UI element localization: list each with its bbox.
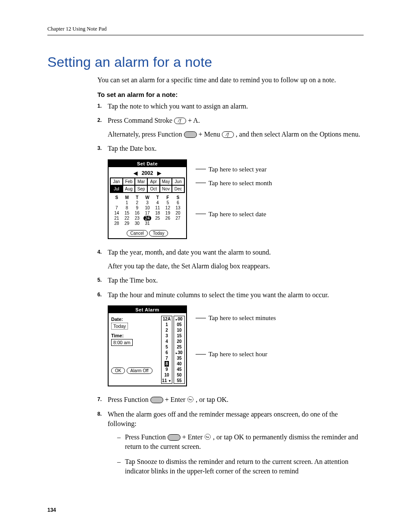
today-button[interactable]: Today xyxy=(149,230,168,236)
step-4: 4. Tap the year, month, and date you wan… xyxy=(97,248,364,271)
year-next-icon[interactable]: ▶ xyxy=(155,170,164,176)
month-cell[interactable]: Aug xyxy=(123,185,135,193)
day-cell[interactable]: 16 xyxy=(132,211,142,215)
day-cell[interactable]: 20 xyxy=(173,211,183,215)
year-prev-icon[interactable]: ◀ xyxy=(131,170,140,176)
day-cell[interactable]: 12 xyxy=(163,205,173,210)
day-cell[interactable]: 10 xyxy=(142,205,153,210)
day-cell[interactable]: 18 xyxy=(153,211,163,215)
hour-cell[interactable]: 10 xyxy=(162,372,172,378)
minute-cell[interactable]: 15 xyxy=(174,333,184,339)
step-3: 3. Tap the Date box. xyxy=(97,144,364,153)
hour-cell[interactable]: 3 xyxy=(162,333,172,339)
day-cell[interactable]: 26 xyxy=(163,216,173,221)
month-cell[interactable]: Sep xyxy=(135,185,147,193)
cancel-button[interactable]: Cancel xyxy=(127,230,148,236)
day-cell[interactable]: 7 xyxy=(112,205,122,210)
day-grid[interactable]: SMTWTFS123456789101112131415161718192021… xyxy=(112,195,183,226)
minute-cell[interactable]: 10 xyxy=(174,327,184,333)
day-cell[interactable]: 9 xyxy=(132,205,142,210)
step-7: 7. Press Function + Enter , or tap OK. xyxy=(97,395,364,404)
day-cell[interactable]: 14 xyxy=(112,211,122,215)
day-cell[interactable]: 19 xyxy=(163,211,173,215)
day-cell[interactable]: 11 xyxy=(153,205,163,210)
day-cell[interactable]: 2 xyxy=(132,200,142,205)
minute-cell[interactable]: ▸30 xyxy=(174,350,184,355)
month-cell[interactable]: Jan xyxy=(110,178,123,185)
step-8-sub-1: Press Function + Enter , or tap OK to pe… xyxy=(117,432,364,451)
month-cell[interactable]: Dec xyxy=(172,185,184,193)
minute-cell[interactable]: 45 xyxy=(174,367,184,372)
month-cell[interactable]: Jul xyxy=(110,185,123,193)
day-cell[interactable]: 24 xyxy=(142,216,153,221)
day-cell[interactable]: 31 xyxy=(142,221,153,226)
month-cell[interactable]: Oct xyxy=(147,185,160,193)
step-8-text: When the alarm goes off and the reminder… xyxy=(108,410,364,428)
month-cell[interactable]: Apr xyxy=(147,178,160,185)
minute-cell[interactable]: 20 xyxy=(174,339,184,344)
day-cell[interactable]: 5 xyxy=(163,200,173,205)
step-2-alt-b: + Menu xyxy=(199,131,222,138)
minute-cell[interactable]: 05 xyxy=(174,322,184,327)
alarm-time-box[interactable]: 8:00 am xyxy=(111,339,133,346)
callout-month: Tap here to select month xyxy=(209,179,272,187)
day-cell xyxy=(153,221,163,226)
hour-cell[interactable]: 2 xyxy=(162,327,172,333)
hour-cell[interactable]: 6 xyxy=(162,350,172,355)
running-header: Chapter 12 Using Note Pad xyxy=(47,26,364,35)
page-number: 134 xyxy=(47,507,56,513)
set-date-dialog: Set Date ◀ 2002 ▶ JanFebMarAprMayJunJulA… xyxy=(108,159,187,239)
month-cell[interactable]: Mar xyxy=(135,178,147,185)
minute-cell[interactable]: 55 xyxy=(174,378,184,383)
day-cell[interactable]: 25 xyxy=(153,216,163,221)
month-cell[interactable]: Nov xyxy=(160,185,172,193)
hour-cell[interactable]: 9 xyxy=(162,367,172,372)
month-cell[interactable]: Jun xyxy=(172,178,184,185)
hour-cell[interactable]: 8 xyxy=(162,361,172,367)
intro-paragraph: You can set an alarm for a specific time… xyxy=(97,75,364,85)
minute-cell[interactable]: 40 xyxy=(174,361,184,367)
minute-column[interactable]: ▸000510152025▸303540455055 xyxy=(174,316,185,384)
ok-button[interactable]: OK xyxy=(111,367,125,374)
day-cell[interactable]: 17 xyxy=(142,211,153,215)
day-cell[interactable]: 1 xyxy=(122,200,132,205)
day-cell[interactable]: 15 xyxy=(122,211,132,215)
day-cell[interactable]: 8 xyxy=(122,205,132,210)
weekday-header: T xyxy=(132,195,142,200)
hour-cell[interactable]: 5 xyxy=(162,344,172,350)
hour-cell[interactable]: 4 xyxy=(162,339,172,344)
procedure-heading: To set an alarm for a note: xyxy=(97,91,364,98)
minute-cell[interactable]: 25 xyxy=(174,344,184,350)
function-key-icon xyxy=(168,434,181,441)
hour-cell[interactable]: 1 xyxy=(162,322,172,327)
month-grid[interactable]: JanFebMarAprMayJunJulAugSepOctNovDec xyxy=(110,177,185,193)
day-cell[interactable]: 3 xyxy=(142,200,153,205)
hour-cell[interactable]: 7 xyxy=(162,355,172,361)
month-cell[interactable]: May xyxy=(160,178,172,185)
day-cell[interactable]: 13 xyxy=(173,205,183,210)
day-cell[interactable]: 6 xyxy=(173,200,183,205)
day-cell[interactable]: 22 xyxy=(122,216,132,221)
day-cell[interactable]: 29 xyxy=(122,221,132,226)
day-cell[interactable]: 23 xyxy=(132,216,142,221)
step-8-sub1-a: Press Function xyxy=(125,433,168,441)
hour-cell[interactable]: 11 ▼ xyxy=(162,378,172,383)
alarm-date-box[interactable]: Today xyxy=(111,323,128,330)
function-key-icon xyxy=(150,397,163,403)
minute-cell[interactable]: 50 xyxy=(174,372,184,378)
day-cell[interactable]: 30 xyxy=(132,221,142,226)
minute-cell[interactable]: 35 xyxy=(174,355,184,361)
hour-cell[interactable]: 12A xyxy=(162,316,172,322)
month-cell[interactable]: Feb xyxy=(123,178,135,185)
hour-column[interactable]: 12A1234567891011 ▼ xyxy=(161,316,172,384)
day-cell[interactable]: 4 xyxy=(153,200,163,205)
step-7-text-a: Press Function xyxy=(108,396,150,403)
day-cell[interactable]: 28 xyxy=(112,221,122,226)
day-cell[interactable]: 21 xyxy=(112,216,122,221)
year-selector[interactable]: ◀ 2002 ▶ xyxy=(110,169,185,177)
alarm-off-button[interactable]: Alarm Off xyxy=(127,367,153,374)
minute-cell[interactable]: ▸00 xyxy=(174,316,184,322)
step-7-text-c: , or tap OK. xyxy=(196,396,228,403)
day-cell[interactable]: 27 xyxy=(173,216,183,221)
step-2-alt-a: Alternately, press Function xyxy=(108,131,184,138)
